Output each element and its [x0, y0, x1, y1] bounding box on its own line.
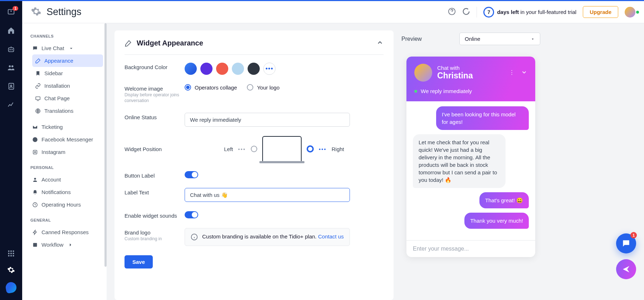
- save-button[interactable]: Save: [125, 255, 153, 268]
- sounds-toggle[interactable]: [185, 211, 198, 218]
- contact-link[interactable]: Contact us: [318, 233, 344, 239]
- pos-left[interactable]: [251, 146, 257, 152]
- msg-operator: Let me check that for you real quick! We…: [413, 134, 506, 188]
- sidebar-item-installation[interactable]: Installation: [32, 79, 103, 92]
- button-label-label: Button Label: [125, 171, 185, 179]
- online-status-label: Online Status: [125, 113, 185, 120]
- sidebar-item-translations[interactable]: Translations: [32, 105, 103, 117]
- home-icon[interactable]: [7, 26, 15, 35]
- avatar[interactable]: [625, 7, 635, 18]
- radio-collage[interactable]: Operators collage: [185, 84, 237, 91]
- svg-point-5: [11, 66, 13, 68]
- laptop-icon: [262, 136, 302, 162]
- sidebar-item-instagram[interactable]: Instagram: [29, 146, 103, 158]
- brand-info: Custom branding is available on the Tidi…: [185, 228, 350, 246]
- color-swatches: •••: [185, 63, 384, 75]
- svg-rect-11: [8, 253, 10, 254]
- svg-rect-18: [36, 97, 40, 100]
- chat-avatar: [414, 64, 432, 82]
- svg-rect-14: [8, 255, 10, 257]
- refresh-icon[interactable]: [462, 8, 470, 16]
- widget-appearance-card: Widget Appearance Background Color •••: [114, 30, 394, 300]
- collapse-icon[interactable]: [376, 39, 384, 47]
- help-icon[interactable]: [448, 8, 456, 16]
- svg-rect-8: [8, 251, 10, 252]
- settings-icon[interactable]: [7, 266, 15, 274]
- sounds-label: Enable widget sounds: [125, 211, 185, 219]
- label-text-input[interactable]: [185, 188, 350, 202]
- brush-icon: [125, 40, 132, 47]
- brand-label: Brand logo: [125, 229, 185, 236]
- card-title: Widget Appearance: [137, 39, 203, 47]
- bg-color-label: Background Color: [125, 63, 185, 70]
- operator-name: Christina: [437, 71, 473, 81]
- sidebar-item-canned[interactable]: Canned Responses: [29, 226, 103, 238]
- sidebar-item-livechat[interactable]: Live Chat: [29, 42, 103, 54]
- label-text-label: Label Text: [125, 188, 185, 195]
- radio-logo[interactable]: Your logo: [247, 84, 279, 91]
- sidebar-item-ticketing[interactable]: Ticketing: [29, 121, 103, 133]
- bot-icon[interactable]: [7, 45, 15, 53]
- svg-point-22: [34, 151, 36, 153]
- button-label-toggle[interactable]: [185, 171, 198, 178]
- section-personal: PERSONAL: [30, 165, 103, 170]
- swatch-coral[interactable]: [216, 63, 228, 75]
- section-general: GENERAL: [30, 218, 103, 222]
- svg-rect-1: [9, 48, 14, 52]
- swatch-light[interactable]: [232, 63, 244, 75]
- contacts-icon[interactable]: [7, 63, 15, 72]
- tidio-logo[interactable]: [5, 281, 18, 294]
- svg-point-23: [34, 178, 36, 179]
- chat-fab[interactable]: 1: [616, 233, 636, 253]
- fab-badge: 1: [630, 232, 637, 238]
- welcome-label: Welcome image: [125, 86, 185, 92]
- svg-point-3: [12, 49, 13, 50]
- preview-panel: Preview Online Chat: [394, 30, 548, 300]
- page-title: Settings: [47, 6, 82, 18]
- welcome-sub: Display before operator joins conversati…: [125, 92, 185, 103]
- swatch-dark[interactable]: [248, 63, 260, 75]
- online-status-input[interactable]: [185, 113, 350, 127]
- swatch-purple[interactable]: [200, 63, 213, 75]
- nav-rail: 1: [0, 1, 22, 300]
- svg-point-4: [9, 66, 11, 68]
- apps-icon[interactable]: [7, 249, 15, 258]
- svg-rect-25: [33, 243, 37, 247]
- scrollbar[interactable]: [104, 23, 107, 267]
- inbox-icon[interactable]: 1: [7, 8, 15, 16]
- msg-visitor: Thank you very much!: [464, 213, 529, 229]
- svg-rect-9: [10, 251, 12, 252]
- more-icon[interactable]: ⋮: [509, 69, 514, 77]
- swatch-blue[interactable]: [185, 63, 197, 75]
- days-count: 7: [483, 7, 494, 18]
- sidebar-item-sidebar[interactable]: Sidebar: [32, 67, 103, 79]
- widget-pos-label: Widget Position: [125, 136, 185, 152]
- svg-rect-13: [13, 253, 14, 254]
- addressbook-icon[interactable]: [7, 82, 15, 91]
- sidebar-item-appearance[interactable]: Appearance: [32, 54, 103, 67]
- msg-visitor: That's great! 😄: [479, 192, 529, 208]
- preview-state-select[interactable]: Online: [459, 33, 540, 45]
- analytics-icon[interactable]: [7, 101, 15, 109]
- svg-point-20: [33, 137, 37, 142]
- sidebar-item-fb[interactable]: Facebook Messenger: [29, 133, 103, 146]
- svg-rect-16: [13, 255, 14, 257]
- sidebar-item-hours[interactable]: Operating Hours: [29, 198, 103, 211]
- chat-input[interactable]: Enter your message...: [406, 240, 535, 257]
- svg-rect-21: [33, 150, 37, 154]
- topbar: Settings 7 days left in your full-featur…: [22, 1, 644, 23]
- info-icon: [191, 233, 198, 241]
- send-fab[interactable]: [616, 259, 636, 279]
- sidebar-item-notifications[interactable]: Notifications: [29, 186, 103, 198]
- trial-indicator: 7 days left in your full-featured trial: [483, 7, 576, 18]
- sidebar-item-chatpage[interactable]: Chat Page: [32, 92, 103, 105]
- gear-icon: [31, 6, 42, 18]
- sidebar-item-account[interactable]: Account: [29, 173, 103, 186]
- svg-point-7: [10, 85, 12, 86]
- upgrade-button[interactable]: Upgrade: [583, 6, 618, 18]
- pos-right[interactable]: [307, 145, 314, 153]
- minimize-icon[interactable]: [521, 69, 527, 77]
- sidebar-item-workflow[interactable]: Workflow: [29, 238, 103, 251]
- svg-rect-12: [10, 253, 12, 254]
- swatch-more[interactable]: •••: [263, 63, 275, 75]
